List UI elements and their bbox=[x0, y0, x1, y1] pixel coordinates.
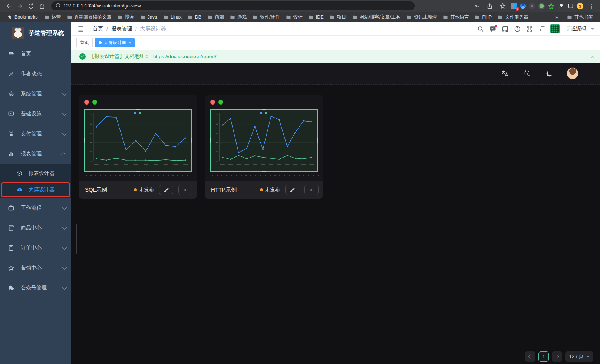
sidebar-item-infra[interactable]: 基础设施 bbox=[0, 104, 71, 124]
magic-wand-icon[interactable] bbox=[522, 69, 532, 78]
message-icon[interactable] bbox=[489, 25, 497, 33]
bookmark-folder[interactable]: 其他语言 bbox=[440, 13, 471, 21]
tab-close-icon[interactable]: × bbox=[128, 40, 131, 45]
breadcrumb-current: 大屏设计器 bbox=[140, 26, 166, 32]
collapse-menu-icon[interactable] bbox=[77, 25, 85, 33]
bookmark-folder[interactable]: Linux bbox=[161, 14, 184, 20]
search-icon[interactable] bbox=[477, 25, 484, 33]
bookmarks-manager[interactable]: Bookmarks bbox=[4, 14, 40, 20]
sidebar-item-workflow[interactable]: 工作流程 bbox=[0, 198, 71, 218]
username[interactable]: 芋道源码 bbox=[566, 26, 586, 32]
person-icon bbox=[8, 70, 14, 77]
chart-thumbnail[interactable] bbox=[210, 109, 318, 172]
more-options-button[interactable] bbox=[304, 185, 319, 195]
dark-mode-moon-icon[interactable] bbox=[544, 69, 554, 78]
alert-link[interactable]: https://doc.iocoder.cn/report/ bbox=[153, 54, 216, 59]
prev-page-button[interactable] bbox=[525, 351, 535, 362]
bookmark-folder[interactable]: 项目 bbox=[327, 13, 349, 21]
chevron-down-icon bbox=[62, 91, 67, 96]
sidebar-item-order[interactable]: 订单中心 bbox=[0, 238, 71, 258]
alert-close-icon[interactable]: × bbox=[591, 53, 594, 60]
sidebar-item-screen-designer[interactable]: 大屏设计器 bbox=[1, 182, 70, 197]
bookmark-star-icon[interactable] bbox=[498, 1, 507, 11]
bookmark-folder[interactable]: 前端 bbox=[205, 13, 227, 21]
next-page-button[interactable] bbox=[552, 351, 562, 362]
site-info-icon[interactable] bbox=[56, 3, 60, 9]
more-options-button[interactable] bbox=[178, 185, 192, 195]
sidebar-item-product[interactable]: 商品中心 bbox=[0, 218, 71, 238]
breadcrumb-report[interactable]: 报表管理 bbox=[111, 26, 132, 32]
alert-banner: 【报表设计器】文档地址： https://doc.iocoder.cn/repo… bbox=[71, 50, 600, 63]
notification-dot bbox=[495, 25, 497, 27]
project-card-sql[interactable]: SQL示例未发布 bbox=[79, 95, 197, 199]
goview-user-avatar[interactable] bbox=[567, 67, 578, 79]
scrollbar-thumb[interactable] bbox=[76, 224, 77, 254]
bookmark-folder[interactable]: DB bbox=[185, 14, 204, 20]
profile-avatar-icon[interactable] bbox=[577, 3, 583, 9]
user-avatar[interactable] bbox=[550, 24, 560, 33]
bookmark-folder[interactable]: 文件服务器 bbox=[495, 13, 531, 21]
sidebar-item-pay[interactable]: 支付管理 bbox=[0, 124, 71, 144]
chevron-down-icon[interactable] bbox=[591, 28, 594, 31]
back-icon[interactable] bbox=[4, 1, 13, 11]
help-icon[interactable] bbox=[514, 25, 521, 33]
status-dot bbox=[260, 188, 263, 191]
selection-handle bbox=[262, 171, 266, 172]
red-dot bbox=[210, 100, 215, 105]
bookmark-folder[interactable]: PHP bbox=[472, 14, 494, 20]
bookmark-folder[interactable]: Java bbox=[138, 14, 160, 20]
breadcrumb-home[interactable]: 首页 bbox=[93, 26, 103, 32]
tab-screen-designer[interactable]: 大屏设计器 × bbox=[95, 38, 135, 47]
bookmark-folder[interactable]: IDE bbox=[306, 14, 326, 20]
sidebar-logo[interactable]: 芋道管理系统 bbox=[0, 22, 71, 44]
bookmark-folder[interactable]: 软件/硬件 bbox=[250, 13, 282, 21]
tab-home[interactable]: 首页 bbox=[76, 38, 93, 47]
page-size-select[interactable]: 12 / 页 bbox=[565, 351, 593, 362]
extension-sidebar-icon[interactable] bbox=[567, 3, 574, 9]
sidebar-item-mp[interactable]: 公众号管理 bbox=[0, 278, 71, 298]
extension-dark-circle-icon[interactable] bbox=[529, 3, 535, 9]
edit-hammer-button[interactable] bbox=[159, 185, 173, 195]
extension-1password-icon[interactable]: 9 bbox=[511, 3, 517, 9]
extension-green-star-icon[interactable] bbox=[548, 3, 554, 9]
bookmark-folder[interactable]: 资讯未整理 bbox=[404, 13, 440, 21]
edit-hammer-button[interactable] bbox=[285, 185, 299, 195]
bookmark-folder[interactable]: 设计 bbox=[283, 13, 305, 21]
sidebar-item-system[interactable]: 系统管理 bbox=[0, 84, 71, 104]
sidebar-item-marketing[interactable]: 营销中心 bbox=[0, 258, 71, 278]
bookmark-folder[interactable]: 搜索 bbox=[115, 13, 137, 21]
current-page-button[interactable]: 1 bbox=[538, 351, 549, 362]
sidebar-item-home[interactable]: 首页 bbox=[0, 44, 71, 64]
chart-thumbnail[interactable] bbox=[84, 109, 192, 172]
forward-icon[interactable] bbox=[15, 1, 24, 11]
language-icon[interactable] bbox=[500, 69, 510, 78]
bookmarks-overflow-icon[interactable]: » bbox=[555, 14, 558, 20]
bookmark-folder[interactable]: 游戏 bbox=[227, 13, 249, 21]
extension-pin-icon[interactable] bbox=[558, 3, 564, 9]
gauge-icon bbox=[17, 187, 23, 193]
bookmark-folder[interactable]: 网站/博客/文章/工具 bbox=[350, 13, 403, 21]
sidebar-item-author[interactable]: 作者动态 bbox=[0, 64, 71, 84]
browser-toolbar: 127.0.0.1:1024/visualization/go-view 9 bbox=[0, 0, 600, 12]
share-icon[interactable] bbox=[485, 1, 494, 11]
bookmark-folder[interactable]: 运营 bbox=[42, 13, 64, 21]
logo-avatar bbox=[12, 27, 24, 39]
project-card-http[interactable]: HTTP示例未发布 bbox=[205, 95, 323, 199]
address-bar[interactable]: 127.0.0.1:1024/visualization/go-view bbox=[51, 1, 415, 10]
github-icon[interactable] bbox=[501, 25, 509, 33]
traffic-dots bbox=[205, 95, 323, 105]
folder-icon bbox=[67, 14, 72, 20]
extension-gem-icon[interactable] bbox=[519, 2, 527, 10]
font-size-icon[interactable] bbox=[538, 25, 545, 33]
sidebar-item-report[interactable]: 报表管理 bbox=[0, 144, 71, 164]
other-bookmarks[interactable]: 其他书签 bbox=[564, 13, 596, 21]
sidebar-item-report-designer[interactable]: 报表设计器 bbox=[0, 165, 71, 182]
reload-icon[interactable] bbox=[26, 1, 36, 11]
home-icon[interactable] bbox=[37, 1, 47, 11]
password-key-icon[interactable] bbox=[472, 1, 481, 11]
folder-icon bbox=[188, 14, 193, 20]
extension-green-circle-icon[interactable] bbox=[538, 3, 545, 9]
fullscreen-icon[interactable] bbox=[526, 25, 533, 33]
chrome-menu-icon[interactable] bbox=[587, 1, 596, 11]
bookmark-folder[interactable]: 近期需要读的文章 bbox=[65, 13, 114, 21]
